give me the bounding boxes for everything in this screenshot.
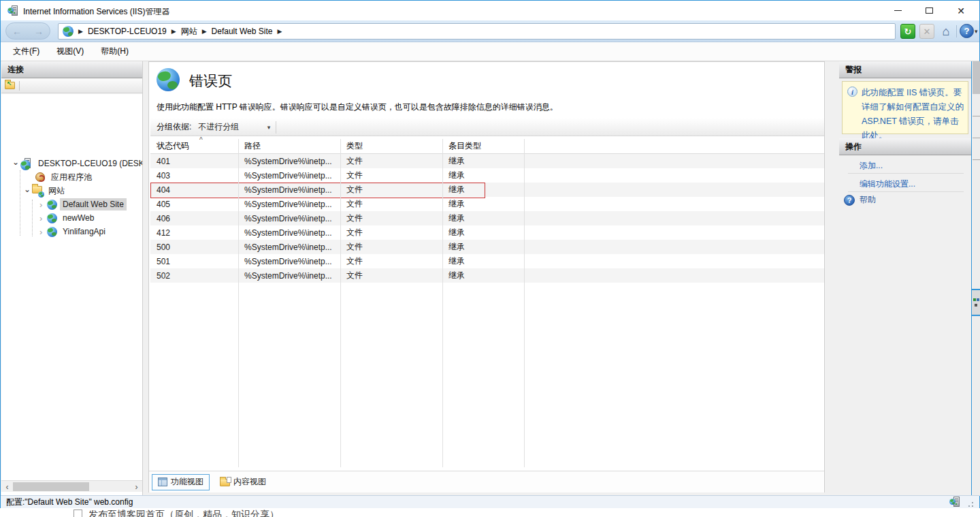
chevron-collapsed-icon[interactable]: › <box>39 200 47 210</box>
menu-bar: 文件(F)视图(V)帮助(H) <box>1 42 979 61</box>
save-connection-icon[interactable]: ↖ <box>5 82 15 89</box>
nav-buttons: ← → <box>5 22 50 40</box>
site-globe-icon <box>47 213 57 223</box>
table-row[interactable]: 405 %SystemDrive%\inetp... 文件 继承 <box>150 197 824 211</box>
actions-panel: 警报 i 此功能配置 IIS 错误页。要详细了解如何配置自定义的 ASP.NET… <box>839 61 971 496</box>
breadcrumb-sites[interactable]: 网站 <box>181 26 197 37</box>
breadcrumb-server[interactable]: DESKTOP-LCEUO19 <box>88 27 167 36</box>
scroll-left-icon[interactable]: ‹ <box>1 481 13 492</box>
edit-feature-settings-link[interactable]: 编辑功能设置... <box>860 178 915 190</box>
minimize-button[interactable] <box>886 1 909 20</box>
server-icon <box>20 158 31 169</box>
breadcrumb-separator-icon: ▶ <box>202 28 207 35</box>
connections-sidebar: 连接 ↖ ⌄ DESKTOP-LCEUO19 (DESKT <box>1 61 143 496</box>
refresh-button[interactable]: ↻ <box>900 24 915 39</box>
tree-item-label: DESKTOP-LCEUO19 (DESKT <box>35 157 142 170</box>
cell-status-code: 405 <box>150 200 238 209</box>
table-row[interactable]: 404 %SystemDrive%\inetp... 文件 继承 <box>150 183 824 197</box>
error-pages-icon <box>157 68 180 91</box>
cell-status-code: 403 <box>150 171 238 181</box>
table-row[interactable]: 501 %SystemDrive%\inetp... 文件 继承 <box>150 254 824 268</box>
tab-content-view[interactable]: 内容视图 <box>214 474 272 490</box>
tab-features-view[interactable]: 功能视图 <box>152 474 210 490</box>
table-row[interactable]: 502 %SystemDrive%\inetp... 文件 继承 <box>150 268 824 283</box>
background-window-strip: 发布至博客园首页（原创，精品，知识分享） <box>0 508 980 517</box>
tree-item-app-pools[interactable]: 应用程序池 <box>35 170 95 184</box>
status-bar: 配置:"Default Web Site" web.config <box>1 495 979 508</box>
actions-separator <box>848 191 964 192</box>
table-row[interactable]: 500 %SystemDrive%\inetp... 文件 继承 <box>150 240 824 254</box>
error-pages-list: 401 %SystemDrive%\inetp... 文件 继承 403 %Sy… <box>150 154 824 283</box>
chevron-expanded-icon[interactable]: ⌄ <box>24 185 32 194</box>
cell-entry-type: 继承 <box>442 184 524 195</box>
cell-path: %SystemDrive%\inetp... <box>238 271 340 281</box>
back-button[interactable]: ← <box>12 27 22 36</box>
breadcrumb-current-site[interactable]: Default Web Site <box>212 27 273 36</box>
sort-ascending-icon: ^ <box>199 136 203 144</box>
table-row[interactable]: 401 %SystemDrive%\inetp... 文件 继承 <box>150 154 824 168</box>
cell-entry-type: 继承 <box>442 198 524 210</box>
alert-link-text[interactable]: 此功能配置 IIS 错误页。要详细了解如何配置自定义的 ASP.NET 错误页，… <box>862 86 965 143</box>
menu-item[interactable]: 文件(F) <box>13 46 39 57</box>
maximize-button[interactable] <box>917 1 941 20</box>
cell-status-code: 401 <box>150 157 238 166</box>
background-checkbox[interactable] <box>74 510 82 517</box>
menu-item[interactable]: 视图(V) <box>56 46 84 57</box>
address-bar[interactable]: ▶ DESKTOP-LCEUO19 ▶ 网站 ▶ Default Web Sit… <box>58 23 896 40</box>
toolbar-separator <box>276 121 276 134</box>
iis-manager-window: Internet Information Services (IIS)管理器 ✕… <box>0 0 980 508</box>
scrollbar-thumb[interactable] <box>13 482 89 491</box>
stop-button[interactable]: ✕ <box>919 24 934 39</box>
edge-line <box>973 116 980 116</box>
cell-type: 文件 <box>340 213 442 224</box>
help-dropdown-caret-icon[interactable]: ▾ <box>975 28 978 35</box>
tree-item-yinlifangapi[interactable]: › YinlifangApi <box>39 225 108 238</box>
cell-entry-type: 继承 <box>442 213 524 224</box>
chevron-collapsed-icon[interactable]: › <box>39 227 47 237</box>
table-row[interactable]: 406 %SystemDrive%\inetp... 文件 继承 <box>150 211 824 225</box>
table-row[interactable]: 412 %SystemDrive%\inetp... 文件 继承 <box>150 225 824 240</box>
cell-path: %SystemDrive%\inetp... <box>238 185 340 195</box>
resize-grip[interactable] <box>965 499 973 507</box>
home-button[interactable]: ⌂ <box>938 24 953 39</box>
column-header-path[interactable]: 路径 <box>238 140 340 152</box>
column-header-entry-type[interactable]: 条目类型 <box>442 140 524 152</box>
forward-button[interactable]: → <box>34 27 44 36</box>
tree-item-sites[interactable]: ⌄ 网站 <box>24 184 67 198</box>
menu-item[interactable]: 帮助(H) <box>101 46 129 57</box>
tree-item-newweb[interactable]: › newWeb <box>39 211 97 225</box>
chevron-expanded-icon[interactable]: ⌄ <box>12 157 20 167</box>
help-button[interactable]: ? <box>960 24 974 38</box>
tree-guide-line <box>20 170 20 236</box>
help-link[interactable]: ? 帮助 <box>844 194 876 206</box>
actions-header: 操作 <box>839 138 971 155</box>
cell-path: %SystemDrive%\inetp... <box>238 157 340 166</box>
column-header-status-code[interactable]: 状态代码^ <box>150 140 238 152</box>
breadcrumb-separator-icon: ▶ <box>78 28 83 35</box>
content-view-icon <box>220 478 230 486</box>
table-row[interactable]: 403 %SystemDrive%\inetp... 文件 继承 <box>150 168 824 183</box>
tree-guide-line <box>32 200 33 236</box>
cell-status-code: 501 <box>150 257 238 266</box>
cell-path: %SystemDrive%\inetp... <box>238 257 340 266</box>
sidebar-horizontal-scrollbar[interactable]: ‹ › <box>1 480 142 492</box>
tree-item-label: Default Web Site <box>60 198 127 210</box>
cell-path: %SystemDrive%\inetp... <box>238 214 340 223</box>
scroll-right-icon[interactable]: › <box>131 481 142 492</box>
table-header: 状态代码^ 路径 类型 条目类型 <box>150 139 824 154</box>
tree-item-server[interactable]: ⌄ DESKTOP-LCEUO19 (DESKT <box>12 157 142 170</box>
add-link[interactable]: 添加... <box>860 160 883 172</box>
page-description: 使用此功能配置 HTTP 错误响应。错误响应可以是自定义错误页，也可以是包含故障… <box>157 101 817 113</box>
cell-type: 文件 <box>340 170 442 181</box>
chevron-collapsed-icon[interactable]: › <box>39 213 47 223</box>
connections-header: 连接 <box>1 61 142 78</box>
info-icon: i <box>847 87 858 97</box>
group-by-dropdown[interactable]: 不进行分组 ▾ <box>198 121 273 133</box>
tree-item-default-web-site[interactable]: › Default Web Site <box>39 198 127 211</box>
close-button[interactable]: ✕ <box>949 1 973 20</box>
grid-line <box>238 139 239 467</box>
cell-path: %SystemDrive%\inetp... <box>238 228 340 238</box>
column-header-type[interactable]: 类型 <box>340 140 442 152</box>
actions-separator <box>848 173 964 174</box>
error-pages-feature-view: 错误页 使用此功能配置 HTTP 错误响应。错误响应可以是自定义错误页，也可以是… <box>148 61 825 492</box>
